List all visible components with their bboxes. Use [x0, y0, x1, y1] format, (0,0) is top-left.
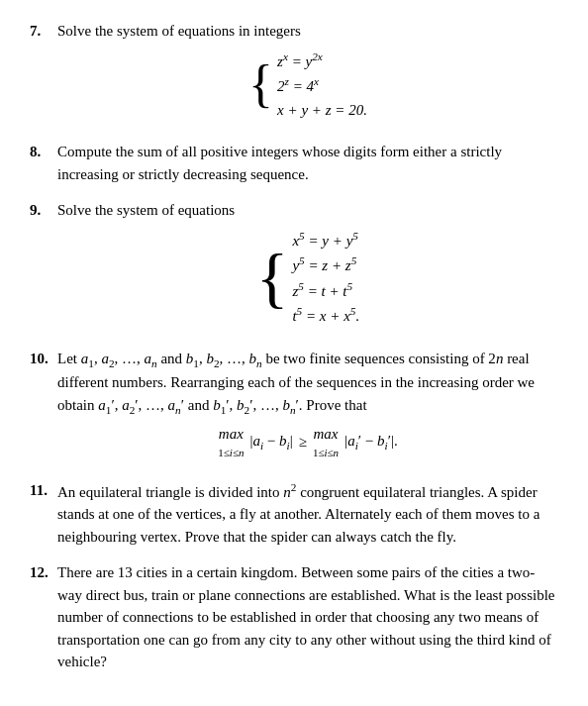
- max-label-left: max: [219, 423, 244, 446]
- problem-7-content: Solve the system of equations in integer…: [57, 20, 558, 127]
- system-9-line2: y5 = z + z5: [292, 252, 359, 277]
- problem-11-text: An equilateral triangle is divided into …: [57, 484, 539, 545]
- system-9-line4: t5 = x + x5.: [292, 303, 359, 328]
- problem-10-number: 10.: [30, 348, 57, 370]
- problem-10-content: Let a1, a2, …, an and b1, b2, …, bn be t…: [57, 348, 558, 465]
- problem-12-text: There are 13 cities in a certain kingdom…: [57, 564, 555, 669]
- problem-10-formula: max 1≤i≤n |ai − bi| ≥ max 1≤i≤n |ai′ − b…: [57, 423, 558, 461]
- system-7-line1: zx = y2x: [277, 49, 367, 73]
- max-subscript-left: 1≤i≤n: [218, 445, 244, 461]
- max-term-right: max 1≤i≤n: [313, 423, 339, 461]
- problem-7: 7. Solve the system of equations in inte…: [30, 20, 558, 127]
- problem-10: 10. Let a1, a2, …, an and b1, b2, …, bn …: [30, 348, 558, 465]
- problem-8: 8. Compute the sum of all positive integ…: [30, 141, 558, 185]
- abs-left: |ai − bi|: [249, 430, 292, 454]
- system-lines-9: x5 = y + y5 y5 = z + z5 z5 = t + t5 t5 =…: [292, 228, 359, 328]
- left-brace-9: {: [256, 244, 289, 311]
- problem-11-number: 11.: [30, 479, 57, 502]
- geq-sign: ≥: [299, 431, 307, 454]
- system-lines-7: zx = y2x 2z = 4x x + y + z = 20.: [277, 49, 367, 122]
- problem-11-content: An equilateral triangle is divided into …: [57, 479, 558, 549]
- problem-9-text: Solve the system of equations: [57, 202, 235, 218]
- max-term-left: max 1≤i≤n: [218, 423, 244, 461]
- left-brace-7: {: [248, 58, 273, 110]
- problem-7-text: Solve the system of equations in integer…: [57, 23, 301, 39]
- problem-8-number: 8.: [30, 141, 57, 163]
- system-7-line2: 2z = 4x: [277, 73, 367, 98]
- max-subscript-right: 1≤i≤n: [313, 445, 339, 461]
- problem-12-number: 12.: [30, 561, 57, 584]
- problem-9: 9. Solve the system of equations { x5 = …: [30, 199, 558, 334]
- problem-8-content: Compute the sum of all positive integers…: [57, 141, 558, 185]
- max-label-right: max: [314, 423, 339, 446]
- problem-9-number: 9.: [30, 199, 57, 222]
- system-9-line3: z5 = t + t5: [292, 278, 359, 303]
- problem-7-number: 7.: [30, 20, 57, 43]
- problem-8-text: Compute the sum of all positive integers…: [57, 144, 502, 182]
- abs-right: |ai′ − bi′|.: [344, 430, 398, 454]
- system-9-line1: x5 = y + y5: [292, 228, 359, 252]
- problem-7-system: { zx = y2x 2z = 4x x + y + z = 20.: [57, 49, 558, 122]
- problem-12: 12. There are 13 cities in a certain kin…: [30, 561, 558, 673]
- problem-9-content: Solve the system of equations { x5 = y +…: [57, 199, 558, 334]
- problem-12-content: There are 13 cities in a certain kingdom…: [57, 561, 558, 673]
- problem-9-system: { x5 = y + y5 y5 = z + z5 z5 = t + t5 t5…: [57, 228, 558, 328]
- system-7-line3: x + y + z = 20.: [277, 99, 367, 122]
- problem-10-text: Let a1, a2, …, an and b1, b2, …, bn be t…: [57, 351, 535, 413]
- problem-11: 11. An equilateral triangle is divided i…: [30, 479, 558, 549]
